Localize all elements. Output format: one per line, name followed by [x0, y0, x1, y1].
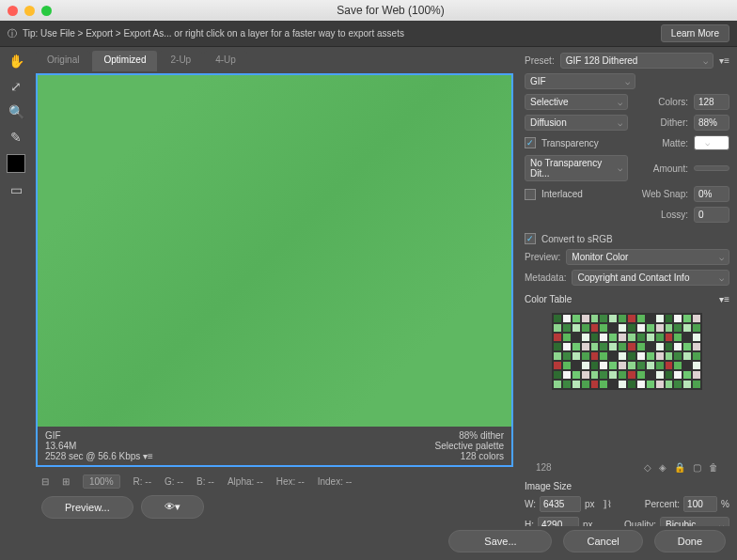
matte-label: Matte:	[662, 138, 688, 148]
zoom-select[interactable]: 100%	[83, 474, 120, 489]
reduction-select[interactable]: Selective	[525, 94, 628, 110]
lossy-label: Lossy:	[661, 210, 688, 220]
colortable-menu-icon[interactable]: ▾≡	[719, 294, 729, 304]
hand-tool-icon[interactable]: ✋	[8, 53, 24, 70]
ct-icon-lock[interactable]: 🔒	[674, 462, 685, 473]
settings-flyout-icon[interactable]: ▾≡	[143, 451, 153, 461]
info-dither: 88% dither	[435, 430, 504, 441]
trans-dither-select[interactable]: No Transparency Dit...	[525, 155, 628, 181]
colors-field[interactable]: 128	[694, 94, 729, 110]
info-format: GIF	[45, 430, 153, 441]
tip-bar: ⓘ Tip: Use File > Export > Export As... …	[0, 21, 737, 47]
interlaced-checkbox[interactable]	[525, 189, 536, 200]
preview-cs-select[interactable]: Monitor Color	[566, 249, 729, 265]
interlaced-label: Interlaced	[541, 189, 583, 199]
status-hex: Hex: --	[276, 476, 305, 487]
status-alpha: Alpha: --	[227, 476, 263, 487]
tip-text: Tip: Use File > Export > Export As... or…	[23, 28, 655, 39]
lossy-field[interactable]: 0	[694, 207, 729, 223]
preset-label: Preset:	[525, 55, 555, 66]
ct-icon-new[interactable]: ▢	[693, 462, 701, 473]
zoom-tool-icon[interactable]: 🔍	[8, 103, 24, 120]
matte-select[interactable]	[694, 135, 729, 150]
info-icon: ⓘ	[8, 27, 17, 40]
preset-menu-icon[interactable]: ▾≡	[719, 55, 729, 66]
learn-more-button[interactable]: Learn More	[661, 24, 729, 42]
window-titlebar: Save for Web (100%)	[0, 0, 737, 21]
tab-original[interactable]: Original	[36, 51, 90, 71]
image-preview[interactable]: GIF 13.64M 2528 sec @ 56.6 Kbps ▾≡ 88% d…	[36, 73, 513, 467]
status-b: B: --	[196, 476, 214, 487]
dither-field[interactable]: 88%	[694, 115, 729, 131]
srgb-checkbox[interactable]: ✓	[525, 233, 536, 244]
dither-method-select[interactable]: Diffusion	[525, 115, 628, 131]
imagesize-title: Image Size	[525, 481, 729, 491]
amount-label: Amount:	[653, 163, 688, 174]
dialog-footer: Save... Cancel Done	[0, 526, 737, 556]
colors-label: Colors:	[658, 97, 688, 107]
transparency-label: Transparency	[541, 138, 599, 148]
srgb-label: Convert to sRGB	[541, 234, 613, 244]
format-select[interactable]: GIF	[525, 73, 635, 89]
status-bar: ⊟ ⊞ 100% R: -- G: -- B: -- Alpha: -- Hex…	[36, 471, 513, 491]
tool-column: ✋ ⤢ 🔍 ✎ ▭	[0, 47, 32, 526]
status-g: G: --	[165, 476, 183, 487]
info-time: 2528 sec @ 56.6 Kbps	[45, 451, 140, 461]
save-button[interactable]: Save...	[448, 530, 552, 552]
quality-select[interactable]: Bicubic	[660, 517, 729, 526]
settings-panel: Preset: GIF 128 Dithered ▾≡ GIF Selectiv…	[517, 47, 737, 526]
minimize-window-icon[interactable]	[24, 6, 35, 16]
colortable-count: 128	[536, 462, 552, 473]
amount-field	[694, 165, 729, 171]
preview-cs-label: Preview:	[525, 252, 560, 262]
ct-icon-pick[interactable]: ◇	[644, 462, 651, 473]
websnap-field[interactable]: 0%	[694, 186, 729, 202]
tab-optimized[interactable]: Optimized	[92, 51, 157, 71]
window-title: Save for Web (100%)	[52, 4, 729, 17]
view-tabs: Original Optimized 2-Up 4-Up	[36, 51, 513, 71]
prev-view-icon[interactable]: ⊟	[41, 476, 49, 487]
status-r: R: --	[133, 476, 151, 487]
color-table-grid[interactable]	[552, 313, 702, 390]
slice-select-icon[interactable]: ⤢	[8, 78, 24, 95]
quality-label: Quality:	[624, 520, 656, 526]
info-palette: Selective palette	[435, 441, 504, 451]
info-colors: 128 colors	[435, 451, 504, 461]
status-index: Index: --	[318, 476, 353, 487]
percent-field[interactable]	[683, 496, 717, 512]
ct-icon-shift[interactable]: ◈	[659, 462, 666, 473]
metadata-select[interactable]: Copyright and Contact Info	[572, 270, 729, 286]
slice-visibility-icon[interactable]: ▭	[8, 181, 24, 198]
eyedropper-tool-icon[interactable]: ✎	[8, 129, 24, 146]
transparency-checkbox[interactable]: ✓	[525, 137, 536, 148]
ct-icon-delete[interactable]: 🗑	[709, 462, 718, 473]
height-label: H:	[525, 520, 534, 526]
next-view-icon[interactable]: ⊞	[62, 476, 70, 487]
color-swatch[interactable]	[7, 154, 25, 173]
colortable-title: Color Table	[525, 294, 572, 304]
browser-preview-button[interactable]: 👁︎▾	[141, 495, 204, 519]
link-dims-icon[interactable]: ⟧⌇	[603, 499, 612, 509]
tab-2up[interactable]: 2-Up	[159, 51, 202, 71]
zoom-window-icon[interactable]	[41, 6, 52, 16]
preview-canvas	[38, 75, 511, 427]
height-field[interactable]	[538, 517, 579, 526]
info-size: 13.64M	[45, 441, 153, 451]
preset-select[interactable]: GIF 128 Dithered	[560, 53, 713, 69]
width-field[interactable]	[540, 496, 581, 512]
websnap-label: Web Snap:	[642, 189, 688, 199]
done-button[interactable]: Done	[654, 530, 726, 552]
width-label: W:	[525, 499, 536, 509]
preview-info: GIF 13.64M 2528 sec @ 56.6 Kbps ▾≡ 88% d…	[38, 427, 511, 465]
metadata-label: Metadata:	[525, 272, 566, 283]
percent-label: Percent:	[645, 499, 680, 509]
window-controls[interactable]	[8, 6, 52, 16]
close-window-icon[interactable]	[8, 6, 18, 16]
dither-label: Dither:	[661, 117, 688, 128]
cancel-button[interactable]: Cancel	[563, 530, 642, 552]
tab-4up[interactable]: 4-Up	[204, 51, 247, 71]
preview-button[interactable]: Preview...	[41, 496, 133, 519]
